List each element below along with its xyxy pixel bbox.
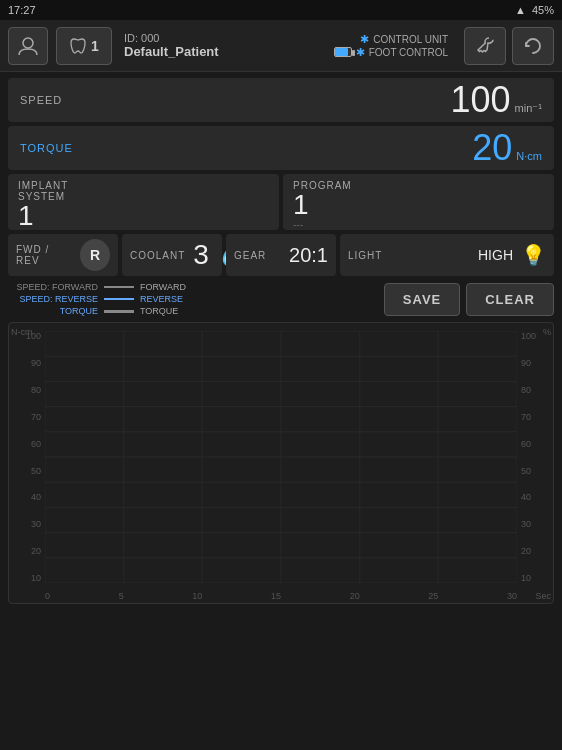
legend-forward-text: SPEED: FORWARD (8, 282, 98, 292)
y-tick-left-80: 80 (31, 385, 41, 395)
y-tick-right-100: 100 (521, 331, 536, 341)
refresh-button[interactable] (512, 27, 554, 65)
wifi-icon: ▲ (515, 4, 526, 16)
light-box: LIGHT HIGH 💡 (340, 234, 554, 276)
light-label: LIGHT (348, 250, 382, 261)
implant-program-row: IMPLANT SYSTEM 1 --- PROGRAM 1 --- (8, 174, 554, 230)
save-button[interactable]: SAVE (384, 283, 460, 316)
x-tick-5: 5 (119, 591, 124, 601)
clear-button[interactable]: CLEAR (466, 283, 554, 316)
refresh-icon (523, 36, 543, 56)
user-icon (17, 35, 39, 57)
x-tick-30: 30 (507, 591, 517, 601)
tooth-number: 1 (91, 38, 99, 54)
fwd-rev-indicator: R (80, 239, 110, 271)
fwd-rev-box: FWD / REV R (8, 234, 118, 276)
torque-value: 20 (472, 130, 512, 166)
x-axis: 0 5 10 15 20 25 30 (45, 591, 517, 601)
speed-value: 100 (451, 82, 511, 118)
control-unit-label: CONTROL UNIT (373, 34, 448, 45)
x-tick-25: 25 (428, 591, 438, 601)
patient-name: Default_Patient (124, 44, 326, 59)
coolant-box: COOLANT 3 💧 (122, 234, 222, 276)
program-box: PROGRAM 1 --- (283, 174, 554, 230)
y-axis-left: 10 20 30 40 50 60 70 80 90 100 (9, 331, 45, 583)
implant-label2: SYSTEM (18, 191, 269, 202)
x-tick-15: 15 (271, 591, 281, 601)
legend-torque-text: TORQUE (8, 306, 98, 316)
status-bar: 17:27 ▲ 45% (0, 0, 562, 20)
fwd-rev-value: R (90, 247, 100, 263)
svg-point-0 (23, 38, 33, 48)
controls-row: FWD / REV R COOLANT 3 💧 GEAR 20:1 LIGHT … (8, 234, 554, 276)
implant-system-box: IMPLANT SYSTEM 1 --- (8, 174, 279, 230)
light-value: HIGH (390, 247, 513, 263)
y-tick-left-40: 40 (31, 492, 41, 502)
y-tick-right-70: 70 (521, 412, 531, 422)
y-tick-right-50: 50 (521, 466, 531, 476)
speed-panel: SPEED 100 min⁻¹ (8, 78, 554, 122)
wrench-button[interactable] (464, 27, 506, 65)
implant-label1: IMPLANT (18, 180, 269, 191)
legend-buttons-row: SPEED: FORWARD FORWARD SPEED: REVERSE RE… (8, 282, 554, 316)
battery-icon (334, 47, 352, 57)
fwd-rev-label: FWD / REV (16, 244, 72, 266)
y-tick-left-70: 70 (31, 412, 41, 422)
speed-label: SPEED (20, 94, 62, 106)
legend-reverse: SPEED: REVERSE REVERSE (8, 294, 376, 304)
y-tick-left-60: 60 (31, 439, 41, 449)
legend-torque-label: TORQUE (140, 306, 178, 316)
y-tick-left-20: 20 (31, 546, 41, 556)
main-content: SPEED 100 min⁻¹ TORQUE 20 N·cm IMPLANT S… (0, 72, 562, 610)
y-tick-right-80: 80 (521, 385, 531, 395)
connection-status: ✱ CONTROL UNIT ✱ FOOT CONTROL (334, 33, 448, 59)
program-sub: --- (293, 219, 544, 230)
gear-label: GEAR (234, 250, 266, 261)
y-tick-left-10: 10 (31, 573, 41, 583)
user-button[interactable] (8, 27, 48, 65)
x-tick-20: 20 (350, 591, 360, 601)
chart-svg (45, 331, 517, 583)
torque-panel: TORQUE 20 N·cm (8, 126, 554, 170)
y-tick-right-60: 60 (521, 439, 531, 449)
header-actions (464, 27, 554, 65)
y-tick-left-30: 30 (31, 519, 41, 529)
legend-torque-line (104, 310, 134, 313)
bulb-icon: 💡 (521, 243, 546, 267)
implant-value: 1 (18, 202, 269, 230)
bluetooth-icon-1: ✱ (360, 33, 369, 46)
chart-area: N-cm % 10 20 30 40 50 60 70 80 90 100 10… (8, 322, 554, 604)
x-label-sec: Sec (535, 591, 551, 601)
legend-torque: TORQUE TORQUE (8, 306, 376, 316)
patient-id: ID: 000 (124, 32, 326, 44)
header: 1 ID: 000 Default_Patient ✱ CONTROL UNIT… (0, 20, 562, 72)
legend-reverse-text: SPEED: REVERSE (8, 294, 98, 304)
legend-forward-label: FORWARD (140, 282, 186, 292)
program-value: 1 (293, 191, 544, 219)
y-tick-left-90: 90 (31, 358, 41, 368)
x-tick-0: 0 (45, 591, 50, 601)
y-tick-right-40: 40 (521, 492, 531, 502)
y-tick-left-50: 50 (31, 466, 41, 476)
program-label: PROGRAM (293, 180, 544, 191)
gear-ratio: 20:1 (289, 244, 328, 267)
gear-box: GEAR 20:1 (226, 234, 336, 276)
y-tick-right-20: 20 (521, 546, 531, 556)
time-display: 17:27 (8, 4, 36, 16)
y-tick-right-10: 10 (521, 573, 531, 583)
legend-forward-line (104, 286, 134, 288)
y-axis-right: 10 20 30 40 50 60 70 80 90 100 (517, 331, 553, 583)
action-buttons: SAVE CLEAR (384, 283, 554, 316)
tooth-button[interactable]: 1 (56, 27, 112, 65)
y-tick-left-100: 100 (26, 331, 41, 341)
y-tick-right-30: 30 (521, 519, 531, 529)
x-tick-10: 10 (192, 591, 202, 601)
battery-display: 45% (532, 4, 554, 16)
bluetooth-icon-2: ✱ (356, 46, 365, 59)
coolant-label: COOLANT (130, 250, 185, 261)
legend-forward: SPEED: FORWARD FORWARD (8, 282, 376, 292)
coolant-value: 3 (193, 239, 209, 271)
patient-info: ID: 000 Default_Patient (124, 32, 326, 59)
legend-reverse-label: REVERSE (140, 294, 183, 304)
foot-control-label: FOOT CONTROL (369, 47, 448, 58)
